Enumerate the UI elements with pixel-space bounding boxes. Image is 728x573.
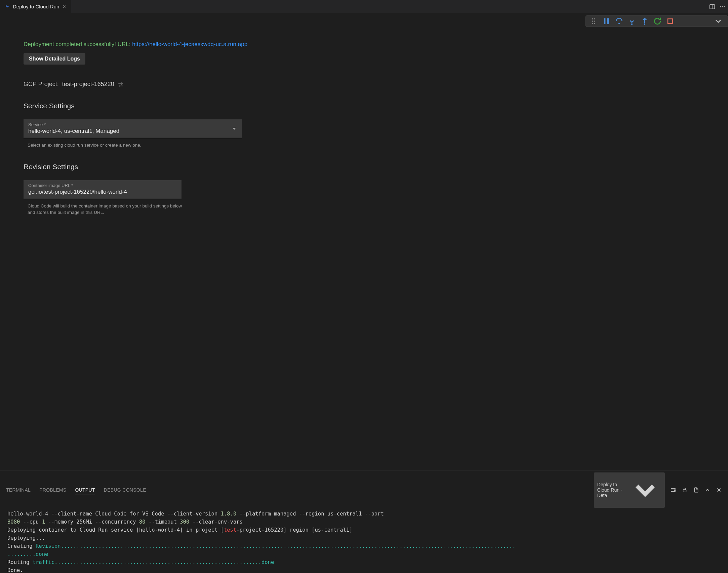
service-field-value: hello-world-4, us-central1, Managed bbox=[28, 128, 237, 135]
deploy-form: Deployment completed successfully! URL: … bbox=[0, 13, 728, 470]
close-icon[interactable]: × bbox=[62, 4, 66, 10]
svg-point-5 bbox=[592, 18, 593, 20]
gcp-project-label: GCP Project: bbox=[24, 81, 59, 88]
editor-tabbar: Deploy to Cloud Run × bbox=[0, 0, 728, 13]
svg-point-13 bbox=[618, 23, 620, 25]
debug-restart-button[interactable] bbox=[651, 16, 664, 26]
status-message: Deployment completed successfully! URL: bbox=[24, 41, 132, 47]
tab-terminal[interactable]: TERMINAL bbox=[6, 485, 31, 495]
svg-point-3 bbox=[722, 6, 723, 7]
container-field-value: gcr.io/test-project-165220/hello-world-4 bbox=[28, 189, 177, 195]
svg-point-4 bbox=[724, 6, 725, 7]
svg-point-14 bbox=[631, 23, 633, 25]
lock-scroll-icon[interactable] bbox=[682, 487, 688, 493]
svg-point-15 bbox=[644, 23, 646, 25]
container-image-input[interactable]: Container image URL * gcr.io/test-projec… bbox=[24, 180, 181, 199]
chevron-down-icon[interactable] bbox=[710, 16, 726, 26]
more-actions-icon[interactable] bbox=[719, 4, 725, 10]
tab-problems[interactable]: PROBLEMS bbox=[39, 485, 66, 495]
tab-debug-console[interactable]: DEBUG CONSOLE bbox=[104, 485, 146, 495]
svg-point-10 bbox=[594, 23, 596, 24]
svg-point-2 bbox=[720, 6, 721, 7]
drag-grip-icon[interactable] bbox=[587, 16, 600, 26]
gcp-project-value: test-project-165220 bbox=[62, 81, 114, 88]
output-panel[interactable]: hello-world-4 --client-name Cloud Code f… bbox=[0, 508, 728, 573]
output-channel-label: Deploy to Cloud Run - Deta bbox=[597, 482, 626, 498]
debug-toolbar bbox=[585, 15, 728, 27]
svg-point-8 bbox=[594, 21, 596, 22]
switch-project-icon[interactable] bbox=[118, 81, 124, 87]
split-editor-icon[interactable] bbox=[709, 4, 715, 10]
tab-output[interactable]: OUTPUT bbox=[75, 485, 95, 495]
clear-output-icon[interactable] bbox=[670, 487, 676, 493]
debug-step-over-button[interactable] bbox=[613, 16, 625, 26]
revision-settings-heading: Revision Settings bbox=[24, 163, 704, 171]
svg-rect-16 bbox=[668, 19, 673, 24]
service-select[interactable]: Service * hello-world-4, us-central1, Ma… bbox=[24, 119, 242, 138]
open-log-file-icon[interactable] bbox=[693, 487, 699, 493]
svg-point-9 bbox=[592, 23, 593, 24]
svg-rect-22 bbox=[683, 490, 686, 492]
debug-stop-button[interactable] bbox=[664, 16, 677, 26]
output-channel-select[interactable]: Deploy to Cloud Run - Deta bbox=[594, 472, 665, 508]
deployment-status: Deployment completed successfully! URL: … bbox=[24, 41, 704, 48]
panel-tabs: TERMINAL PROBLEMS OUTPUT DEBUG CONSOLE D… bbox=[0, 470, 728, 508]
service-field-help: Select an existing cloud run service or … bbox=[28, 142, 189, 149]
tab-deploy-cloud-run[interactable]: Deploy to Cloud Run × bbox=[0, 0, 72, 13]
debug-step-into-button[interactable] bbox=[625, 16, 638, 26]
close-panel-icon[interactable] bbox=[716, 487, 722, 493]
chevron-up-icon[interactable] bbox=[704, 487, 711, 493]
debug-pause-button[interactable] bbox=[600, 16, 613, 26]
show-detailed-logs-button[interactable]: Show Detailed Logs bbox=[24, 53, 85, 65]
svg-point-6 bbox=[594, 18, 596, 20]
service-field-label: Service * bbox=[28, 122, 237, 127]
container-field-label: Container image URL * bbox=[28, 183, 177, 188]
service-settings-heading: Service Settings bbox=[24, 102, 704, 110]
svg-point-7 bbox=[592, 21, 593, 22]
chevron-down-icon bbox=[233, 128, 236, 130]
container-field-help: Cloud Code will build the container imag… bbox=[28, 203, 189, 216]
tab-label: Deploy to Cloud Run bbox=[13, 4, 59, 9]
debug-step-out-button[interactable] bbox=[638, 16, 651, 26]
deployment-url-link[interactable]: https://hello-world-4-jecaesxwdq-uc.a.ru… bbox=[132, 41, 247, 47]
svg-rect-11 bbox=[604, 18, 605, 24]
svg-rect-12 bbox=[607, 18, 609, 24]
cloud-run-icon bbox=[5, 4, 10, 9]
